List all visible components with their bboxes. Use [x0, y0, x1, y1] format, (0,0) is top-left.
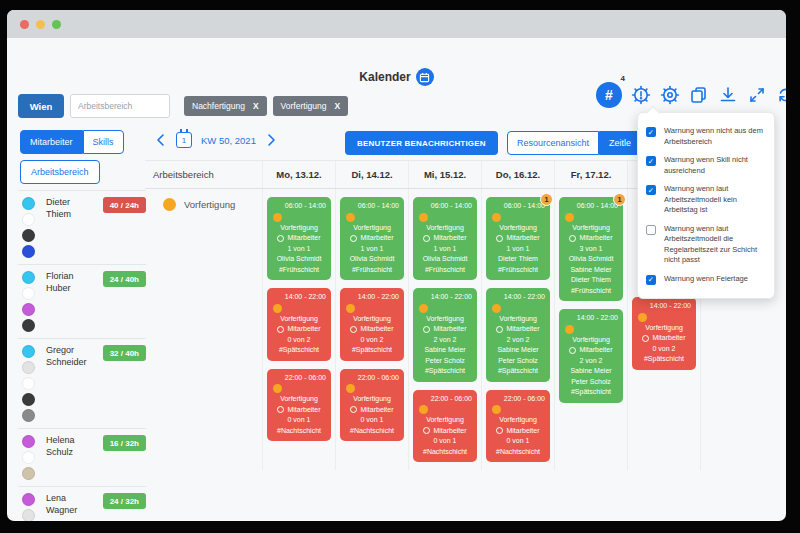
person-circle-icon: [496, 427, 503, 434]
checkbox-checked-icon[interactable]: ✓: [646, 185, 656, 195]
shift-time: 22:00 - 06:00: [416, 394, 474, 405]
shift-time: 06:00 - 14:00: [489, 201, 547, 212]
checkbox-checked-icon[interactable]: ✓: [646, 127, 656, 137]
previous-week-icon[interactable]: [155, 133, 167, 147]
warning-menu-item[interactable]: ✓Warnung wenn nicht aus dem Arbeitsberei…: [646, 122, 766, 151]
filter-tag[interactable]: NachfertigungX: [184, 96, 267, 116]
copy-icon[interactable]: [689, 85, 709, 105]
close-window-icon[interactable]: [20, 20, 29, 29]
tab-mitarbeiter[interactable]: Mitarbeiter: [20, 130, 83, 154]
calendar-week-icon[interactable]: 1: [176, 132, 192, 148]
shift-area: Vorfertigung: [343, 223, 401, 234]
refresh-icon[interactable]: [776, 85, 786, 105]
shift-card[interactable]: 22:00 - 06:00 Vorfertigung Mitarbeiter 0…: [340, 369, 404, 442]
checkbox-unchecked-icon[interactable]: [646, 225, 656, 235]
shift-time: 14:00 - 22:00: [562, 313, 620, 324]
person-circle-icon: [423, 427, 430, 434]
shift-count: 2 von 2: [416, 335, 474, 346]
shift-card[interactable]: 14:00 - 22:00 Vorfertigung Mitarbeiter 2…: [559, 309, 623, 403]
shift-time: 22:00 - 06:00: [270, 373, 328, 384]
next-week-icon[interactable]: [265, 133, 277, 147]
area-dot-icon: [346, 384, 355, 393]
settings-icon[interactable]: [660, 85, 680, 105]
shift-area: Vorfertigung: [489, 415, 547, 426]
person-circle-icon: [423, 326, 430, 333]
hashtag-circle-icon[interactable]: #4: [596, 82, 622, 108]
warning-menu-item[interactable]: ✓Warnung wenn laut Arbeitszeitmodell kei…: [646, 180, 766, 220]
shift-count: 0 von 2: [635, 344, 693, 355]
zoom-window-icon[interactable]: [52, 20, 61, 29]
shift-area: Vorfertigung: [416, 415, 474, 426]
warning-count-badge: 1: [540, 193, 553, 206]
notify-users-button[interactable]: BENUTZER BENACHRICHTIGEN: [345, 131, 498, 155]
employee-row[interactable]: LenaWagner24 / 32h: [18, 487, 146, 521]
shift-tag: #Nachtschicht: [489, 447, 547, 458]
remove-tag-icon[interactable]: X: [334, 101, 340, 111]
shift-card[interactable]: 06:00 - 14:00 Vorfertigung Mitarbeiter 1…: [267, 197, 331, 280]
skill-dot-icon: [22, 197, 35, 210]
view-toggle: ResourcenansichtZeitle: [507, 131, 641, 155]
shift-card[interactable]: 06:00 - 14:00 Vorfertigung Mitarbeiter 3…: [559, 197, 623, 301]
shift-area: Vorfertigung: [270, 394, 328, 405]
shift-tag: #Spätschicht: [562, 387, 620, 398]
shift-card[interactable]: 22:00 - 06:00 Vorfertigung Mitarbeiter 0…: [486, 390, 550, 463]
area-dot-icon: [346, 213, 355, 222]
expand-icon[interactable]: [747, 85, 767, 105]
shift-role: Mitarbeiter: [416, 233, 474, 244]
warning-settings-icon[interactable]: [631, 85, 651, 105]
filter-tag[interactable]: VorfertigungX: [273, 96, 349, 116]
shift-card[interactable]: 14:00 - 22:00 Vorfertigung Mitarbeiter 2…: [486, 288, 550, 382]
warning-menu-item[interactable]: ✓Warnung wenn Feiertage: [646, 270, 766, 289]
tab-skills[interactable]: Skills: [83, 130, 124, 154]
remove-tag-icon[interactable]: X: [253, 101, 259, 111]
shift-area: Vorfertigung: [416, 223, 474, 234]
shift-card[interactable]: 14:00 - 22:00 Vorfertigung Mitarbeiter 0…: [267, 288, 331, 361]
arbeitsbereich-input[interactable]: [70, 94, 170, 118]
checkbox-checked-icon[interactable]: ✓: [646, 275, 656, 285]
minimize-window-icon[interactable]: [36, 20, 45, 29]
person-circle-icon: [350, 406, 357, 413]
skill-dot-icon: [22, 409, 35, 422]
person-circle-icon: [642, 335, 649, 342]
employee-row[interactable]: FlorianHuber24 / 40h: [18, 265, 146, 339]
view-zeitle[interactable]: Zeitle: [599, 131, 641, 155]
download-icon[interactable]: [718, 85, 738, 105]
checkbox-checked-icon[interactable]: ✓: [646, 156, 656, 166]
warning-menu-label: Warnung wenn laut Arbeitszeitmodell kein…: [664, 184, 766, 216]
view-resourcenansicht[interactable]: Resourcenansicht: [507, 131, 599, 155]
assigned-person: Peter Scholz: [562, 377, 620, 388]
shift-role: Mitarbeiter: [635, 333, 693, 344]
shift-card[interactable]: 06:00 - 14:00 Vorfertigung Mitarbeiter 1…: [486, 197, 550, 280]
shift-card[interactable]: 14:00 - 22:00 Vorfertigung Mitarbeiter 0…: [632, 297, 696, 370]
warning-menu-label: Warnung wenn Feiertage: [664, 274, 766, 285]
warning-menu-item[interactable]: Warnung wenn laut Arbeitszeitmodell die …: [646, 220, 766, 270]
area-dot-icon: [273, 304, 282, 313]
area-dot-icon: [419, 405, 428, 414]
corner-header: Arbeitsbereich: [145, 161, 262, 188]
shift-card[interactable]: 06:00 - 14:00 Vorfertigung Mitarbeiter 1…: [413, 197, 477, 280]
shift-role: Mitarbeiter: [343, 233, 401, 244]
shift-count: 2 von 2: [562, 356, 620, 367]
shift-tag: #Frühschicht: [562, 286, 620, 297]
person-circle-icon: [496, 235, 503, 242]
sidebar-tabs: MitarbeiterSkills: [20, 130, 124, 154]
location-button[interactable]: Wien: [18, 94, 64, 118]
assigned-person: Olivia Schmidt: [343, 254, 401, 265]
tab-arbeitsbereich[interactable]: Arbeitsbereich: [20, 160, 100, 184]
shift-card[interactable]: 06:00 - 14:00 Vorfertigung Mitarbeiter 1…: [340, 197, 404, 280]
shift-card[interactable]: 22:00 - 06:00 Vorfertigung Mitarbeiter 0…: [267, 369, 331, 442]
shift-role: Mitarbeiter: [416, 426, 474, 437]
shift-card[interactable]: 22:00 - 06:00 Vorfertigung Mitarbeiter 0…: [413, 390, 477, 463]
area-dot-icon: [492, 405, 501, 414]
shift-card[interactable]: 14:00 - 22:00 Vorfertigung Mitarbeiter 2…: [413, 288, 477, 382]
warning-menu-item[interactable]: ✓Warnung wenn Skill nicht ausreichend: [646, 151, 766, 180]
shift-card[interactable]: 14:00 - 22:00 Vorfertigung Mitarbeiter 0…: [340, 288, 404, 361]
day-column: 06:00 - 14:00 Vorfertigung Mitarbeiter 1…: [335, 189, 408, 470]
skill-dot-icon: [22, 393, 35, 406]
shift-names: Olivia Schmidt: [343, 254, 401, 265]
employee-row[interactable]: GregorSchneider32 / 40h: [18, 339, 146, 429]
employee-row[interactable]: DieterThiem40 / 24h: [18, 190, 146, 265]
area-dot-icon: [346, 304, 355, 313]
employee-row[interactable]: HelenaSchulz16 / 32h: [18, 429, 146, 487]
skill-dots: [22, 271, 42, 332]
